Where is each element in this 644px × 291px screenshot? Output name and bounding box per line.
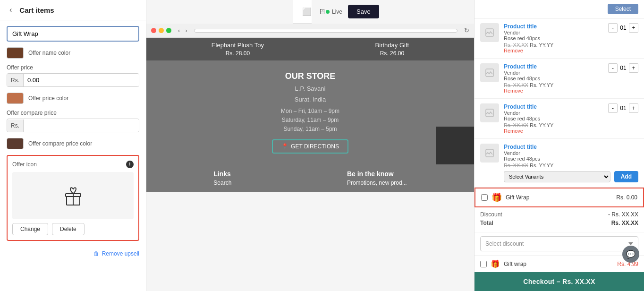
compare-price-prefix: Rs. <box>7 120 24 132</box>
cart-item-vendor-2: Vendor <box>504 70 603 76</box>
qty-plus-1[interactable]: + <box>629 23 638 33</box>
image-placeholder-icon <box>485 148 494 158</box>
offer-price-input-row: Rs. <box>7 73 139 87</box>
offer-price-label: Offer price <box>7 64 139 71</box>
footer-links-item: Search <box>213 180 231 186</box>
offer-price-input[interactable] <box>24 74 139 86</box>
gift-wrap-checkbox[interactable] <box>481 194 488 201</box>
offer-compare-price-color-row: Offer compare price color <box>7 138 139 149</box>
gift-wrap-bottom-icon: 🎁 <box>491 259 500 268</box>
select-variants-dropdown[interactable]: Select Variants <box>504 171 610 182</box>
cart-item-variant-2: Rose red 48pcs <box>504 76 603 81</box>
remove-link-3[interactable]: Remove <box>504 128 603 134</box>
cart-item-qty-2: - 01 + <box>608 63 638 73</box>
product-1-price: Rs. 28.00 <box>212 50 264 57</box>
browser-wrapper: ‹ › ↻ Elephant Plush Toy Rs. 28.00 Birth… <box>146 24 474 291</box>
cart-item-vendor-3: Vendor <box>504 110 603 116</box>
cart-item-old-price-2: Rs. XX.XX <box>504 82 528 88</box>
cart-item-prices-4: Rs. XX.XX Rs. YY.YY <box>504 163 638 168</box>
traffic-lights <box>151 28 171 33</box>
store-middle: OUR STORE L.P. Savani Surat, India Mon –… <box>146 60 474 164</box>
qty-minus-3[interactable]: - <box>608 103 618 113</box>
remove-upsell-link[interactable]: 🗑 Remove upsell <box>7 247 139 261</box>
cart-item-details-1: Product title Vendor Rose red 48pcs Rs. … <box>504 23 603 53</box>
live-dot <box>326 10 330 14</box>
remove-upsell-label: Remove upsell <box>102 250 139 257</box>
store-footer-row: Links Search Be in the know Promotions, … <box>146 164 474 192</box>
back-button[interactable]: ‹ <box>7 5 15 15</box>
cart-item-details-3: Product title Vendor Rose red 48pcs Rs. … <box>504 103 603 134</box>
offer-compare-price-input[interactable] <box>24 119 139 132</box>
refresh-icon[interactable]: ↻ <box>464 27 469 34</box>
total-label: Total <box>480 220 493 226</box>
offer-icon-header: Offer icon ! <box>12 161 134 168</box>
right-panel: Select Product title Vendor Rose red 48p… <box>474 0 644 291</box>
get-directions-label: GET DIRECTIONS <box>291 143 339 150</box>
gift-wrap-cart-price: Rs. 0.00 <box>616 194 637 201</box>
cart-item-prices-3: Rs. XX.XX Rs. YY.YY <box>504 122 603 128</box>
nav-back-button[interactable]: ‹ <box>176 26 182 34</box>
offer-name-color-label: Offer name color <box>28 50 70 56</box>
save-button[interactable]: Save <box>348 5 379 18</box>
footer-links-title: Links <box>213 170 231 178</box>
cart-item: Product title Vendor Rose red 48pcs Rs. … <box>475 99 644 139</box>
product-2: Birthday Gift Rs. 26.00 <box>375 42 409 57</box>
select-discount-dropdown[interactable]: Select discount <box>480 236 638 251</box>
product-2-price: Rs. 26.00 <box>375 50 409 57</box>
cart-item-image-1 <box>480 23 499 42</box>
desktop-icon[interactable]: 🖥 <box>318 8 326 16</box>
cart-item-image-2 <box>480 63 499 82</box>
cart-item-title-3: Product title <box>504 103 603 110</box>
cart-item-new-price-1: Rs. YY.YY <box>530 42 553 48</box>
get-directions-button[interactable]: 📍 GET DIRECTIONS <box>272 139 348 154</box>
chat-bubble[interactable]: 💬 <box>622 246 639 263</box>
gift-wrap-cart-name: Gift Wrap <box>506 194 612 201</box>
cart-item: Product title Vendor Rose red 48pcs Rs. … <box>475 18 644 59</box>
offer-icon-label: Offer icon <box>12 161 37 168</box>
offer-price-color-label: Offer price color <box>28 95 68 102</box>
browser-url-bar <box>194 29 458 33</box>
change-icon-button[interactable]: Change <box>12 223 48 235</box>
cart-item-qty-3: - 01 + <box>608 103 638 113</box>
top-bar: ⬜ 🖥 Live Save <box>293 0 312 24</box>
qty-value-1: 01 <box>619 25 627 31</box>
offer-compare-price-color-label: Offer compare price color <box>28 140 92 147</box>
footer-know-sub: Promotions, new prod... <box>347 180 407 186</box>
offer-compare-price-color-swatch[interactable] <box>7 138 24 149</box>
cart-item-qty-1: - 01 + <box>608 23 638 33</box>
gift-wrap-bottom-row: 🎁 Gift wrap Rs. 4.99 <box>475 256 644 272</box>
nav-forward-button[interactable]: › <box>183 26 189 34</box>
qty-plus-2[interactable]: + <box>629 63 638 73</box>
product-2-name: Birthday Gift <box>375 42 409 49</box>
add-to-cart-button[interactable]: Add <box>614 171 638 182</box>
gift-wrap-bottom-name: Gift wrap <box>504 261 613 267</box>
remove-link-1[interactable]: Remove <box>504 48 603 53</box>
qty-minus-2[interactable]: - <box>608 63 618 73</box>
offer-name-color-row: Offer name color <box>7 47 139 59</box>
image-placeholder-icon <box>485 28 494 37</box>
live-indicator: Live <box>326 9 342 15</box>
qty-plus-3[interactable]: + <box>629 103 638 113</box>
delete-icon-button[interactable]: Delete <box>52 223 85 235</box>
remove-link-2[interactable]: Remove <box>504 88 603 94</box>
offer-price-color-swatch[interactable] <box>7 93 24 104</box>
left-panel: ‹ Cart items Offer name color Offer pric… <box>0 0 146 291</box>
left-content: Offer name color Offer price Rs. Offer p… <box>0 20 146 291</box>
live-label: Live <box>332 9 342 15</box>
cart-item-variant-3: Rose red 48pcs <box>504 116 603 121</box>
select-badge[interactable]: Select <box>608 4 638 14</box>
checkout-button[interactable]: Checkout – Rs. XX.XX <box>523 278 595 285</box>
tablet-icon[interactable]: ⬜ <box>302 7 312 16</box>
offer-name-color-swatch[interactable] <box>7 47 24 59</box>
discount-label: Discount <box>480 211 502 218</box>
offer-price-color-row: Offer price color <box>7 93 139 104</box>
qty-value-3: 01 <box>619 105 627 111</box>
product-1: Elephant Plush Toy Rs. 28.00 <box>212 42 264 57</box>
cart-item-top-row: Product title Vendor Rose red 48pcs Rs. … <box>480 144 638 168</box>
footer-links: Links Search <box>213 170 231 186</box>
gift-wrap-name-input[interactable] <box>7 26 139 42</box>
qty-minus-1[interactable]: - <box>608 23 618 33</box>
gift-wrap-bottom-checkbox[interactable] <box>480 261 487 267</box>
info-icon: ! <box>126 161 134 168</box>
cart-item-variant-4: Rose red 48pcs <box>504 156 638 162</box>
